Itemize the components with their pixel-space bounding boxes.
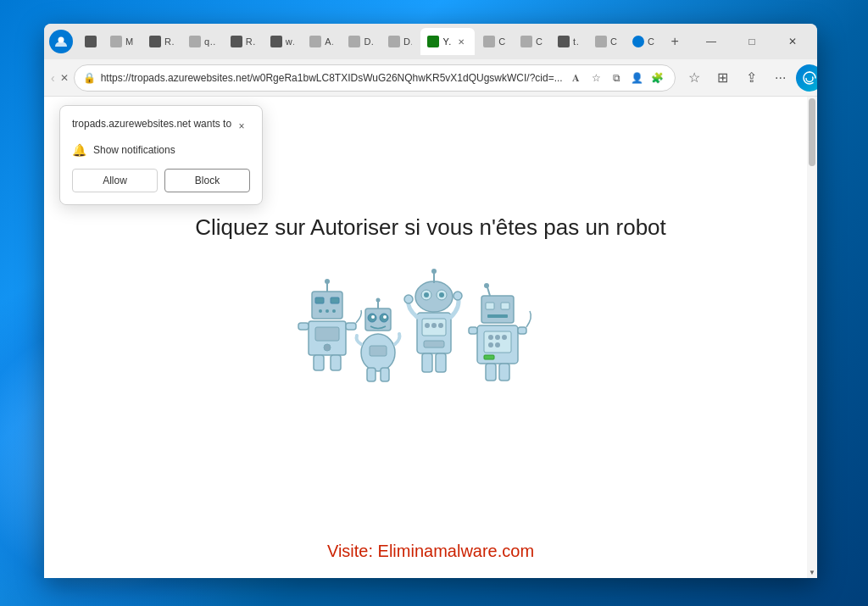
close-button[interactable]: ✕ (773, 28, 812, 55)
extensions-icon[interactable]: 🧩 (649, 69, 666, 86)
page-heading: Cliquez sur Autoriser si vous n'êtes pas… (195, 214, 666, 241)
svg-rect-49 (487, 314, 508, 318)
toolbar-icons: ☆ ⊞ ⇪ ··· (681, 64, 817, 92)
popup-title: tropads.azurewebsites.net wants to (72, 118, 231, 131)
tab-12[interactable]: tro (551, 28, 587, 55)
allow-button[interactable]: Allow (72, 169, 158, 192)
tab-active[interactable]: You ✕ (420, 28, 475, 55)
tab-13[interactable]: Cli (588, 28, 624, 55)
permission-label: Show notifications (93, 144, 175, 156)
svg-point-32 (424, 292, 429, 297)
svg-rect-48 (501, 303, 509, 309)
popup-close-button[interactable]: × (233, 118, 250, 135)
tab-11[interactable]: Cli (514, 28, 549, 55)
tab-6-label: Acl (325, 36, 333, 47)
tab-10[interactable]: Cli (476, 28, 512, 55)
minimize-button[interactable]: — (692, 28, 731, 55)
svg-point-55 (488, 342, 493, 347)
svg-rect-5 (331, 297, 339, 303)
popup-header: tropads.azurewebsites.net wants to × (72, 118, 250, 135)
profile-icon[interactable] (49, 30, 73, 53)
tab-14-label: Cli (648, 36, 654, 47)
scrollbar-thumb[interactable] (809, 98, 815, 166)
svg-point-36 (425, 323, 430, 328)
permission-popup: tropads.azurewebsites.net wants to × 🔔 S… (59, 105, 263, 205)
tab-12-label: tro (573, 36, 580, 47)
tab-6[interactable]: Acl (303, 28, 340, 55)
svg-rect-24 (370, 346, 387, 356)
svg-rect-60 (486, 364, 496, 381)
svg-point-46 (484, 283, 489, 288)
tab-active-close[interactable]: ✕ (454, 35, 468, 48)
svg-rect-43 (436, 353, 446, 372)
lock-icon: 🔒 (83, 72, 96, 84)
svg-point-56 (495, 342, 500, 347)
popup-permission-row: 🔔 Show notifications (72, 143, 250, 157)
tab-1-label: Me (125, 36, 134, 47)
tab-2[interactable]: Rej (142, 28, 181, 55)
tab-3[interactable]: que (182, 28, 222, 55)
block-button[interactable]: Block (164, 169, 250, 192)
svg-rect-14 (314, 355, 324, 370)
watermark-text: Visite: Eliminamalware.com (327, 542, 534, 561)
favorites-toolbar-icon[interactable]: ☆ (681, 64, 708, 92)
tab-2-label: Rej (164, 36, 174, 47)
more-icon[interactable]: ··· (767, 64, 794, 92)
svg-point-40 (404, 295, 413, 303)
collections-icon[interactable]: ⊞ (709, 64, 737, 92)
svg-point-41 (453, 292, 462, 300)
tab-13-label: Cli (610, 36, 617, 47)
svg-point-29 (431, 269, 437, 274)
svg-point-18 (376, 297, 381, 302)
svg-rect-1 (312, 292, 342, 319)
scrollbar-down-arrow[interactable]: ▼ (807, 566, 817, 578)
tab-11-label: Cli (536, 36, 542, 47)
svg-point-54 (502, 335, 507, 340)
svg-point-22 (383, 315, 387, 319)
scrollbar-track[interactable]: ▲ ▼ (807, 97, 817, 578)
tab-active-label: You (442, 36, 451, 47)
maximize-button[interactable]: □ (732, 28, 771, 55)
tab-5[interactable]: ww (264, 28, 302, 55)
svg-rect-59 (518, 327, 526, 334)
tab-5-label: ww (286, 36, 295, 47)
svg-point-33 (439, 292, 444, 297)
browser-toolbar: ‹ ✕ 🔒 https://tropads.azurewebsites.net/… (44, 59, 817, 97)
svg-point-38 (438, 323, 443, 328)
tab-7-label: DD (364, 36, 373, 47)
svg-rect-42 (422, 353, 432, 372)
svg-rect-15 (331, 355, 341, 370)
svg-point-3 (325, 279, 330, 284)
tab-4[interactable]: Rej (224, 28, 262, 55)
profile-switch-icon[interactable]: 👤 (629, 69, 646, 86)
svg-point-53 (495, 335, 500, 340)
svg-point-27 (415, 281, 453, 312)
svg-point-52 (488, 335, 493, 340)
svg-point-6 (319, 309, 322, 313)
share-icon[interactable]: ⇪ (738, 64, 765, 92)
tab-10-label: Cli (498, 36, 505, 47)
svg-rect-39 (424, 341, 444, 347)
svg-point-7 (326, 309, 329, 313)
svg-point-8 (332, 309, 336, 313)
tab-1[interactable]: Me (103, 28, 141, 55)
popup-buttons: Allow Block (72, 169, 250, 192)
tab-7[interactable]: DD (342, 28, 380, 55)
tab-3-label: que (204, 36, 215, 47)
svg-rect-25 (367, 368, 376, 381)
address-bar[interactable]: 🔒 https://tropads.azurewebsites.net/w0Rg… (74, 64, 676, 92)
favorites-icon[interactable]: ☆ (588, 69, 605, 86)
svg-rect-61 (499, 364, 509, 381)
browser-titlebar: Me Rej que Rej ww Acl DD DD (44, 24, 817, 59)
read-aloud-icon[interactable]: 𝐀 (568, 69, 585, 86)
tab-14[interactable]: Cli (626, 28, 661, 55)
address-text: https://tropads.azurewebsites.net/w0RgeR… (101, 72, 563, 84)
new-tab-button[interactable]: + (663, 30, 687, 53)
address-bar-icons: 𝐀 ☆ ⧉ 👤 🧩 (568, 69, 666, 86)
tab-info-icon[interactable]: ⧉ (609, 69, 626, 86)
tab-8[interactable]: DD (381, 28, 420, 55)
close-nav-button[interactable]: ✕ (60, 65, 69, 91)
svg-rect-13 (346, 323, 356, 330)
back-button[interactable]: ‹ (51, 65, 55, 91)
tab-extensions[interactable] (78, 28, 102, 55)
